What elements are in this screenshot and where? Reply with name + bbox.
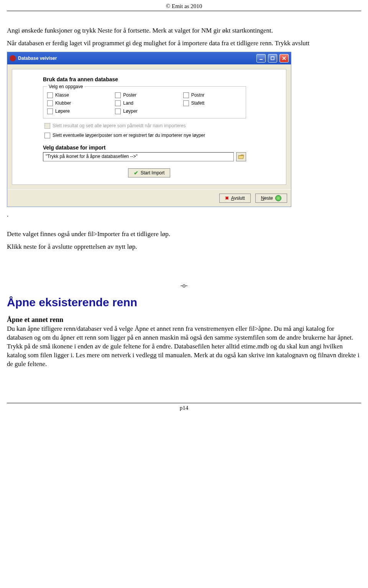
app-icon <box>10 55 16 61</box>
checkbox-label: Postnr <box>191 92 205 98</box>
database-path-input[interactable]: "Trykk på ikonet for å åpne databasefile… <box>43 152 234 161</box>
heading-open-existing: Åpne eksisterende renn <box>7 296 361 309</box>
svg-rect-0 <box>260 59 263 60</box>
trailing-dot: . <box>7 211 361 218</box>
checkbox-icon <box>44 123 50 129</box>
checkbox-slett-resultat: Slett resultat og sett alle løpere som p… <box>44 123 281 129</box>
checkbox-label: Løyper <box>123 108 137 114</box>
checkbox-icon <box>115 100 121 106</box>
checkbox-poster[interactable]: Poster <box>115 92 174 98</box>
maximize-icon <box>271 56 274 60</box>
intro-paragraph-2: Når databasen er ferdig laget vil progra… <box>7 39 361 48</box>
checkbox-loyper[interactable]: Løyper <box>115 108 174 114</box>
fieldset-legend: Velg en oppgave <box>47 84 84 89</box>
checkbox-icon <box>183 92 189 98</box>
database-wizard-dialog: Database veiviser Bruk data fra annen da… <box>7 52 291 207</box>
checkbox-label: Slett eventuelle løyper/poster som er re… <box>53 133 205 138</box>
next-icon <box>275 195 281 201</box>
after-paragraph-2: Klikk neste for å avslutte opprettelsen … <box>7 243 361 251</box>
close-icon <box>282 56 286 60</box>
checkbox-label: Klubber <box>55 100 71 106</box>
checkbox-label: Land <box>123 100 133 106</box>
checkbox-slett-loyper[interactable]: Slett eventuelle løyper/poster som er re… <box>44 133 281 138</box>
intro-paragraph-1: Angi ønskede funksjoner og trykk Neste f… <box>7 26 361 35</box>
checkbox-icon <box>47 92 53 98</box>
section-title-1: Bruk data fra annen database <box>43 76 281 82</box>
checkbox-label: Poster <box>123 92 136 98</box>
checkbox-klasse[interactable]: Klasse <box>47 92 106 98</box>
button-label: Neste <box>261 195 273 201</box>
dialog-title: Database veiviser <box>18 56 57 61</box>
checkbox-icon <box>47 108 53 114</box>
checkbox-label: Klasse <box>55 92 69 98</box>
checkbox-postnr[interactable]: Postnr <box>183 92 242 98</box>
minimize-button[interactable] <box>256 54 266 62</box>
browse-button[interactable] <box>236 152 246 161</box>
minimize-icon <box>259 56 263 60</box>
start-import-button[interactable]: ✔ Start Import <box>128 168 171 177</box>
checkbox-land[interactable]: Land <box>115 100 174 106</box>
page-header: © Emit as 2010 <box>7 0 361 11</box>
subheading-open-other: Åpne et annet renn <box>7 316 361 324</box>
checkbox-stafett[interactable]: Stafett <box>183 100 242 106</box>
cancel-icon: ✖ <box>225 195 229 201</box>
svg-rect-1 <box>271 57 274 60</box>
button-label: Avslutt <box>231 195 245 201</box>
after-paragraph-1: Dette valget finnes også under fil>Impor… <box>7 230 361 239</box>
check-icon: ✔ <box>134 170 138 176</box>
checkbox-label: Løpere <box>55 108 70 114</box>
open-other-paragraph: Du kan åpne tifligere renn/databaser ved… <box>7 325 361 369</box>
maximize-button[interactable] <box>268 54 277 62</box>
dialog-titlebar: Database veiviser <box>7 52 291 64</box>
neste-button[interactable]: Neste <box>255 194 287 203</box>
checkbox-klubber[interactable]: Klubber <box>47 100 106 106</box>
checkbox-icon <box>44 133 50 138</box>
checkbox-icon <box>183 100 189 106</box>
section-title-2: Velg database for import <box>43 145 281 151</box>
checkbox-icon <box>115 108 121 114</box>
section-divider: -o- <box>7 282 361 289</box>
task-fieldset: Velg en oppgave Klasse Poster Postnr Klu… <box>43 84 246 118</box>
button-label: Start Import <box>141 170 165 176</box>
folder-open-icon <box>238 154 244 159</box>
close-button[interactable] <box>279 54 289 62</box>
avslutt-button[interactable]: ✖ Avslutt <box>219 194 251 203</box>
checkbox-icon <box>47 100 53 106</box>
checkbox-label: Slett resultat og sett alle løpere som p… <box>53 123 186 128</box>
checkbox-label: Stafett <box>191 100 205 106</box>
page-footer: p14 <box>7 403 361 411</box>
checkbox-lopere[interactable]: Løpere <box>47 108 106 114</box>
checkbox-icon <box>115 92 121 98</box>
